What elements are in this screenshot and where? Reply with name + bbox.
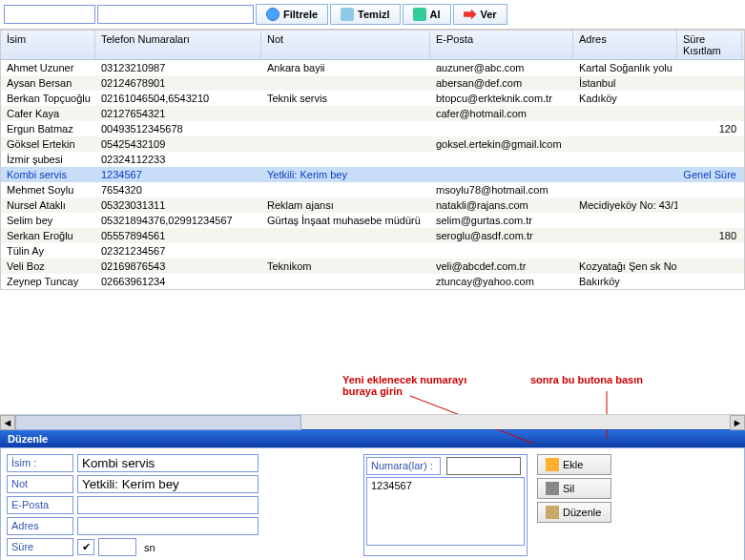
input-numara[interactable] [446,457,521,475]
table-row[interactable]: Berkan Topçuoğlu02161046504,6543210Tekni… [1,91,744,106]
cell-sure: 120 [677,122,742,135]
export-button[interactable]: Ver [453,4,507,25]
table-row[interactable]: Veli Boz02169876543Teknikomveli@abcdef.c… [1,259,744,274]
table-row[interactable]: Zeynep Tuncay02663961234ztuncay@yahoo.co… [1,274,744,289]
annotation-button-hint: sonra bu butona basın [530,374,683,385]
sil-label: Sil [563,483,574,494]
checkbox-sure[interactable]: ✔ [77,539,94,555]
input-adres[interactable] [77,517,259,535]
grid-scrollbar[interactable]: ◄ ► [0,414,745,429]
cell-isim: Ergun Batmaz [1,122,95,135]
cell-adres [573,128,677,130]
cell-adres [573,158,677,160]
cell-tel: 05557894561 [95,229,261,242]
numbers-panel: Numara(lar) : 1234567 [363,454,528,556]
cell-sure [677,67,742,69]
cell-sure [677,113,742,114]
table-row[interactable]: Cafer Kaya02127654321cafer@hotmail.com [1,106,744,121]
cell-sure [677,204,742,206]
label-eposta: E-Posta [7,496,73,514]
cell-isim: Nursel Ataklı [1,198,95,212]
filter-input-2[interactable] [97,5,254,24]
table-row[interactable]: Mehmet Soylu7654320msoylu78@hotmail.com [1,182,744,197]
cell-eposta: auzuner@abc.com [430,61,573,74]
cell-eposta: selim@gurtas.com.tr [430,214,573,227]
cell-not: Yetkili: Kerim bey [261,168,430,181]
input-sure[interactable] [98,538,136,556]
clear-button[interactable]: Temizl [330,4,400,25]
label-adres: Adres [7,517,73,535]
duzenle-label: Düzenle [563,507,601,518]
scroll-left[interactable]: ◄ [0,415,15,430]
col-header-adres[interactable]: Adres [573,31,677,59]
edit-panel: İsim : Not E-Posta Adres Süre✔sn Numara(… [0,447,745,560]
table-row[interactable]: Ergun Batmaz00493512345678120 [1,121,744,136]
clear-icon [341,8,354,21]
col-header-isim[interactable]: İsim [1,31,95,59]
col-header-not[interactable]: Not [261,31,430,59]
add-icon [546,458,559,471]
input-isim[interactable] [77,454,259,472]
table-row[interactable]: Tülin Ay02321234567 [1,243,744,259]
input-not[interactable] [77,475,259,493]
table-row[interactable]: Selim bey05321894376,02991234567Gürtaş İ… [1,213,744,228]
form-fields: İsim : Not E-Posta Adres Süre✔sn [7,454,259,556]
cell-adres [573,250,677,252]
cell-eposta: btopcu@erkteknik.com.tr [430,92,573,105]
col-header-tel[interactable]: Telefon Numaraları [95,31,261,59]
col-header-eposta[interactable]: E-Posta [430,31,573,59]
cell-tel: 02124678901 [95,76,261,90]
cell-not: Ankara bayii [261,61,430,74]
scroll-right[interactable]: ► [730,415,745,430]
cell-not [261,250,430,252]
cell-eposta: veli@abcdef.com.tr [430,259,573,273]
cell-sure [677,82,742,84]
cell-adres [573,219,677,221]
cell-not [261,143,430,145]
cell-sure [677,189,742,191]
ekle-button[interactable]: Ekle [537,454,611,475]
duzenle-button[interactable]: Düzenle [537,502,611,523]
panel-buttons: Ekle Sil Düzenle [537,454,611,556]
cell-isim: Veli Boz [1,259,95,273]
table-row[interactable]: Serkan Eroğlu05557894561seroglu@asdf.com… [1,228,744,243]
cell-tel: 00493512345678 [95,122,261,135]
table-row[interactable]: Göksel Ertekin05425432109goksel.ertekin@… [1,136,744,152]
cell-tel: 05321894376,02991234567 [95,214,261,227]
cell-adres [573,113,677,114]
cell-not [261,235,430,237]
table-row[interactable]: Ahmet Uzuner03123210987Ankara bayiiauzun… [1,60,744,75]
cell-tel: 05425432109 [95,137,261,151]
table-row[interactable]: Aysan Bersan02124678901abersan@def.comİs… [1,75,744,91]
cell-not [261,128,430,130]
cell-adres: Kozyatağı Şen sk No: 43 [573,259,677,273]
cell-isim: İzmir şubesi [1,153,95,166]
cell-sure [677,219,742,221]
filter-button[interactable]: Filtrele [256,4,328,25]
scroll-thumb[interactable] [15,415,301,430]
label-isim: İsim : [7,454,73,472]
cell-tel: 03123210987 [95,61,261,74]
label-numaralar: Numara(lar) : [366,457,441,475]
table-row[interactable]: Kombi servis1234567Yetkili: Kerim beyGen… [1,167,744,182]
input-eposta[interactable] [77,496,259,514]
table-row[interactable]: Nursel Ataklı05323031311Reklam ajansınat… [1,197,744,213]
cell-eposta [430,250,573,252]
cell-isim: Selim bey [1,214,95,227]
edit-panel-title: Düzenle [0,429,745,447]
filter-input-1[interactable] [4,5,95,24]
numara-list[interactable]: 1234567 [366,477,525,546]
import-button[interactable]: Al [403,4,451,25]
cell-eposta [430,158,573,160]
table-row[interactable]: İzmir şubesi02324112233 [1,152,744,167]
cell-sure [677,250,742,252]
col-header-sure[interactable]: Süre Kısıtlam [677,31,742,59]
cell-eposta: msoylu78@hotmail.com [430,183,573,197]
export-label: Ver [481,9,497,20]
cell-tel: 02169876543 [95,259,261,273]
filter-icon [266,8,279,21]
clear-label: Temizl [358,9,389,20]
cell-tel: 7654320 [95,183,261,197]
sil-button[interactable]: Sil [537,478,611,499]
cell-eposta: seroglu@asdf.com.tr [430,229,573,242]
